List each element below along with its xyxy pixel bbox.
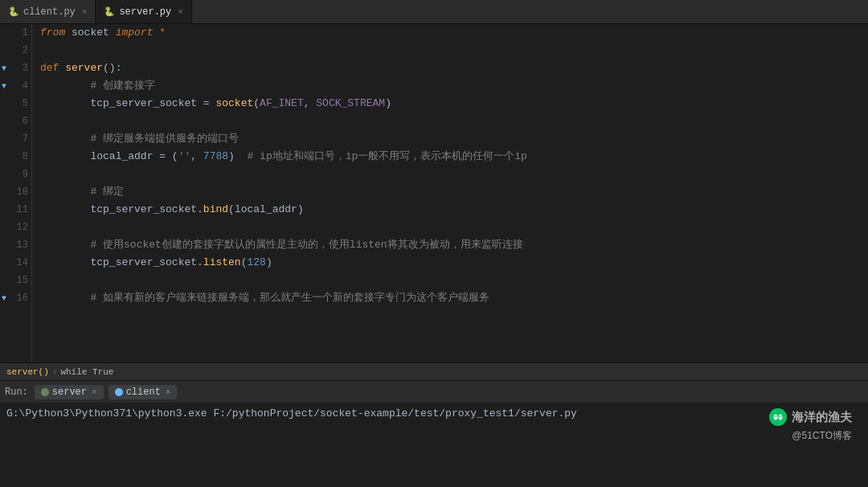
breadcrumb-child: while True xyxy=(60,367,113,377)
code-line-16: # 如果有新的客户端来链接服务端，那么就产生一个新的套接字专门为这个客户端服务 xyxy=(40,289,868,307)
line-number-2: 2 xyxy=(0,42,31,59)
token-asterisk: * xyxy=(159,24,166,42)
tab-client[interactable]: 🐍 client.py × xyxy=(0,0,96,23)
token-plain xyxy=(40,236,90,254)
code-line-14: tcp_server_socket.listen(128) xyxy=(40,254,868,272)
fold-arrow-4[interactable]: ▼ xyxy=(2,82,6,91)
token-plain: ) xyxy=(385,95,391,113)
token-plain: ( xyxy=(253,95,260,113)
line-number-1: 1 xyxy=(0,24,31,42)
tab-server-close[interactable]: × xyxy=(178,7,183,17)
breadcrumb-function: server() xyxy=(6,367,49,377)
tab-server-label: server.py xyxy=(119,6,171,18)
tab-client-close[interactable]: × xyxy=(82,7,88,17)
line-number-5: 5 xyxy=(0,95,31,113)
token-plain: socket xyxy=(65,24,115,42)
token-plain xyxy=(153,24,159,42)
token-plain xyxy=(40,130,90,148)
fold-arrow-16[interactable]: ▼ xyxy=(2,294,6,303)
server-file-icon: 🐍 xyxy=(104,6,115,18)
run-tab-client-label: client xyxy=(126,387,161,398)
token-plain: (local_addr) xyxy=(228,201,304,219)
run-tab-server-close[interactable]: × xyxy=(92,387,97,397)
token-fn-name: server xyxy=(65,59,103,77)
code-line-9 xyxy=(40,166,868,183)
code-line-8: local_addr = ('', 7788) # ip地址和端口号，ip一般不… xyxy=(40,148,868,166)
line-number-3: ▼3 xyxy=(0,59,31,77)
code-line-13: # 使用socket创建的套接字默认的属性是主动的，使用listen将其改为被动… xyxy=(40,236,868,254)
client-file-icon: 🐍 xyxy=(8,6,19,18)
token-kw-def: def xyxy=(40,59,59,77)
code-line-5: tcp_server_socket = socket(AF_INET, SOCK… xyxy=(40,95,868,113)
token-num: 128 xyxy=(247,254,265,272)
watermark: 海洋的渔夫 @51CTO博客 xyxy=(769,408,852,443)
code-line-2 xyxy=(40,42,868,59)
run-tab-bar: Run: server × client × xyxy=(0,380,868,403)
token-kw-import: import xyxy=(116,24,154,42)
fold-arrow-3[interactable]: ▼ xyxy=(2,64,6,73)
token-comment: # 使用socket创建的套接字默认的属性是主动的，使用listen将其改为被动… xyxy=(90,236,522,254)
svg-point-5 xyxy=(779,415,780,417)
token-plain xyxy=(40,95,90,113)
line-number-10: 10 xyxy=(0,183,31,201)
token-plain xyxy=(40,289,90,307)
breadcrumb-separator: › xyxy=(52,367,58,377)
line-number-15: 15 xyxy=(0,272,31,289)
token-str: '' xyxy=(178,148,191,166)
tab-server[interactable]: 🐍 server.py × xyxy=(96,0,191,23)
bottom-panel: server() › while True Run: server × clie… xyxy=(0,362,868,487)
svg-point-4 xyxy=(776,415,777,417)
watermark-blog: @51CTO博客 xyxy=(769,429,852,443)
token-plain: tcp_server_socket = xyxy=(90,95,215,113)
code-line-12 xyxy=(40,219,868,236)
line-number-7: 7 xyxy=(0,130,31,148)
line-number-8: 8 xyxy=(0,148,31,166)
watermark-name: 海洋的渔夫 xyxy=(792,410,852,425)
line-number-9: 9 xyxy=(0,166,31,183)
token-plain: , xyxy=(190,148,203,166)
token-fn-call: listen xyxy=(203,254,241,272)
editor-wrapper: 12▼3▼456789101112131415▼16 from socket i… xyxy=(0,24,868,362)
line-number-13: 13 xyxy=(0,236,31,254)
tab-bar: 🐍 client.py × 🐍 server.py × xyxy=(0,0,868,24)
breadcrumb-bar: server() › while True xyxy=(0,362,868,380)
run-client-icon xyxy=(115,388,123,396)
code-line-7: # 绑定服务端提供服务的端口号 xyxy=(40,130,868,148)
token-comment: # 绑定服务端提供服务的端口号 xyxy=(90,130,239,148)
svg-point-2 xyxy=(779,415,783,420)
token-plain: tcp_server_socket. xyxy=(90,201,203,219)
line-number-11: 11 xyxy=(0,201,31,219)
code-line-15 xyxy=(40,272,868,289)
line-number-12: 12 xyxy=(0,219,31,236)
token-num: 7788 xyxy=(203,148,228,166)
wechat-icon xyxy=(769,408,787,426)
token-kw-keyword: from xyxy=(40,24,65,42)
svg-point-1 xyxy=(774,415,778,420)
token-comment: # ip地址和端口号，ip一般不用写，表示本机的任何一个ip xyxy=(247,148,526,166)
code-line-10: # 绑定 xyxy=(40,183,868,201)
token-plain xyxy=(40,254,90,272)
line-number-6: 6 xyxy=(0,113,31,130)
token-plain xyxy=(40,148,90,166)
svg-point-3 xyxy=(774,415,776,417)
code-line-11: tcp_server_socket.bind(local_addr) xyxy=(40,201,868,219)
run-tab-client[interactable]: client × xyxy=(108,385,178,399)
terminal-output: G:\Python3\Python371\python3.exe F:/pyth… xyxy=(0,403,868,467)
svg-point-0 xyxy=(769,408,787,426)
watermark-brand: 海洋的渔夫 xyxy=(769,408,852,429)
token-plain: ( xyxy=(241,254,248,272)
token-fn-call: bind xyxy=(203,201,228,219)
line-number-gutter: 12▼3▼456789101112131415▼16 xyxy=(0,24,32,362)
line-number-14: 14 xyxy=(0,254,31,272)
token-var: SOCK_STREAM xyxy=(316,95,385,113)
code-editor[interactable]: from socket import * def server(): # 创建套… xyxy=(32,24,868,362)
run-tab-server[interactable]: server × xyxy=(35,385,104,399)
token-plain: local_addr = ( xyxy=(90,148,178,166)
token-plain: (): xyxy=(103,59,121,77)
run-tab-client-close[interactable]: × xyxy=(166,387,171,397)
run-server-icon xyxy=(41,388,49,396)
token-var: AF_INET xyxy=(260,95,304,113)
code-line-3: def server(): xyxy=(40,59,868,77)
token-comment: # 绑定 xyxy=(90,183,124,201)
tab-client-label: client.py xyxy=(23,6,76,18)
